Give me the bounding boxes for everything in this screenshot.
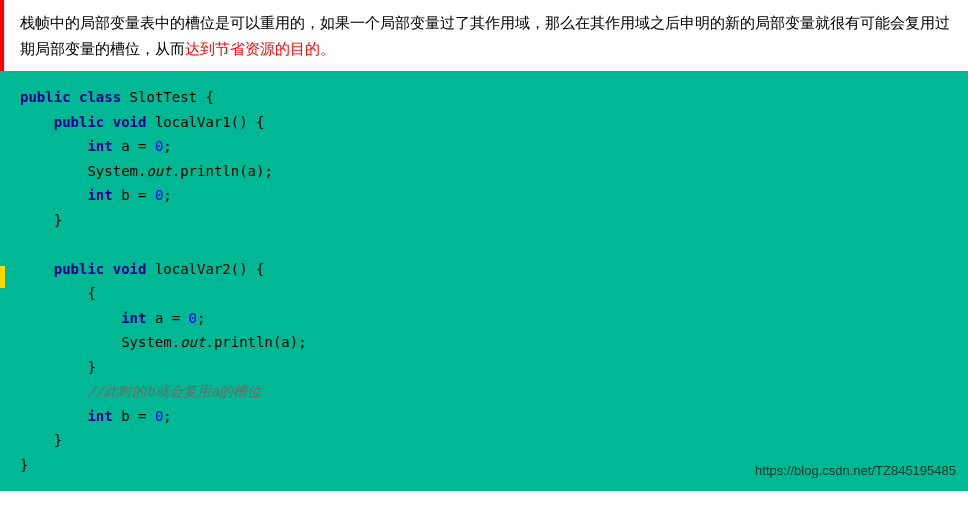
code-line-13: int b = 0; — [20, 404, 948, 429]
top-text-block: 栈帧中的局部变量表中的槽位是可以重用的，如果一个局部变量过了其作用域，那么在其作… — [0, 0, 968, 71]
code-line-11: } — [20, 355, 948, 380]
code-line-7: public void localVar2() { — [20, 257, 948, 282]
code-line-9: int a = 0; — [20, 306, 948, 331]
code-line-blank — [20, 232, 948, 257]
code-block: public class SlotTest { public void loca… — [0, 71, 968, 491]
code-line-10: System.out.println(a); — [20, 330, 948, 355]
code-line-6: } — [20, 208, 948, 233]
code-content: public class SlotTest { public void loca… — [20, 85, 948, 477]
main-text: 栈帧中的局部变量表中的槽位是可以重用的，如果一个局部变量过了其作用域，那么在其作… — [20, 14, 950, 57]
code-line-2: public void localVar1() { — [20, 110, 948, 135]
code-line-4: System.out.println(a); — [20, 159, 948, 184]
code-line-8: { — [20, 281, 948, 306]
watermark: https://blog.csdn.net/TZ845195485 — [755, 460, 956, 483]
code-line-1: public class SlotTest { — [20, 85, 948, 110]
code-line-3: int a = 0; — [20, 134, 948, 159]
code-line-12: //此时的b就会复用a的槽位 — [20, 379, 948, 404]
yellow-marker — [0, 266, 5, 288]
code-line-5: int b = 0; — [20, 183, 948, 208]
code-line-14: } — [20, 428, 948, 453]
highlight-text: 达到节省资源的目的。 — [185, 40, 335, 57]
